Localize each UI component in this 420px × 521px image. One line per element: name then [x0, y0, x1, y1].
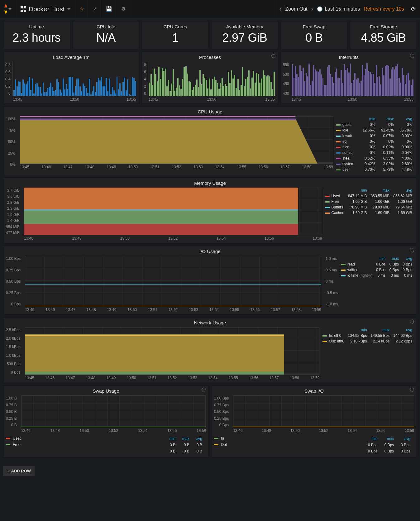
legend: minmaxavg Used 847.12 MiB863.55 MiB855.6…	[325, 188, 414, 241]
legend-item[interactable]: guest 0%0%0%	[336, 122, 414, 127]
loading-icon	[271, 54, 275, 58]
graph-plot[interactable]: 13:4513:4613:4713:4813:4913:5013:5113:52…	[25, 327, 320, 380]
graph-plot[interactable]: 13:4613:4813:5013:5213:5413:5613:58	[24, 188, 322, 241]
topbar: Docker Host ☆ ↗ 💾 ⚙ ‹ Zoom Out › 🕘 Last …	[0, 0, 420, 18]
legend-item[interactable]: In	[214, 435, 355, 442]
legend-item[interactable]: In: eth0 134.92 Bps149.55 Bps144.66 Bps	[322, 333, 414, 338]
y-axis: 550500450400	[283, 61, 291, 102]
plus-icon: +	[7, 469, 9, 473]
legend-item[interactable]: system 0.42%3.02%2.60%	[336, 161, 414, 167]
loading-icon	[410, 388, 414, 392]
legend-item[interactable]: steal 0.62%6.33%4.80%	[336, 155, 414, 161]
panel-title: I/O Usage	[6, 247, 414, 256]
singlestat-value: 0 B	[281, 31, 347, 45]
y-axis: 2.5 kBps2.0 kBps1.5 kBps1.0 kBps500 Bps0…	[6, 327, 22, 380]
singlestat-cpu-idle[interactable]: CPU Idle N/A	[73, 21, 140, 49]
series-swatch	[336, 124, 341, 126]
graph-plot[interactable]	[148, 61, 275, 96]
time-range-picker[interactable]: 🕘 Last 15 minutes	[317, 6, 360, 12]
graph-plot[interactable]: 13:4513:4613:4713:4813:4913:5013:5113:52…	[25, 256, 321, 312]
panel-load-average-1m[interactable]: Load Average 1m 0.80.60.40.20 13:4513:50…	[3, 52, 139, 104]
legend-item[interactable]: Buffers 78.98 MiB79.93 MiB79.54 MiB	[325, 204, 414, 210]
singlestat-uptime[interactable]: Uptime 2.3 hours	[3, 21, 70, 49]
singlestat-cpu-cores[interactable]: CPU Cores 1	[142, 21, 209, 49]
legend-item[interactable]: Out	[214, 442, 355, 448]
singlestat-free-storage[interactable]: Free Storage 4.85 GiB	[350, 21, 417, 49]
legend-item[interactable]: Free	[6, 442, 156, 448]
series-swatch	[336, 169, 341, 170]
graph-plot[interactable]: 13:4613:4813:5013:5213:5413:5613:58	[21, 395, 206, 433]
panel-memory-usage[interactable]: Memory Usage 3.7 GiB3.3 GiB2.8 GiB2.3 Gi…	[3, 178, 417, 243]
legend-item[interactable]: user 0.70%5.73%4.48%	[336, 167, 414, 172]
share-dashboard-button[interactable]: ↗	[88, 0, 102, 18]
legend-item[interactable]: Free 1.05 GiB1.06 GiB1.06 GiB	[325, 199, 414, 204]
zoom-out-button[interactable]: Zoom Out	[285, 6, 307, 12]
legend-item[interactable]: written 0 Bps0 Bps0 Bps	[341, 267, 414, 273]
singlestat-available-memory[interactable]: Available Memory 2.97 GiB	[211, 21, 278, 49]
refresh-now-button[interactable]: ⟳	[411, 6, 416, 12]
legend-item[interactable]: idle 12.56%91.45%86.78%	[336, 127, 414, 133]
save-dashboard-button[interactable]: 💾	[102, 0, 117, 18]
legend-item[interactable]: softirq 0%0.11%0.04%	[336, 150, 414, 155]
singlestat-value: 2.3 hours	[3, 31, 70, 45]
caret-down-icon	[8, 8, 12, 12]
legend: InOutminmaxavg0 Bps0 Bps0 Bps0 Bps0 Bps0…	[214, 435, 414, 455]
legend-item[interactable]: Cached 1.69 GiB1.69 GiB1.69 GiB	[325, 210, 414, 216]
grafana-logo-icon	[4, 4, 7, 14]
singlestat-free-swap[interactable]: Free Swap 0 B	[281, 21, 348, 49]
dashboard-picker[interactable]: Docker Host	[16, 0, 75, 18]
series-swatch	[322, 341, 327, 342]
time-range-controls: ‹ Zoom Out › 🕘 Last 15 minutes Refresh e…	[275, 0, 420, 18]
legend-item[interactable]: nice 0%0.02%0.00%	[336, 144, 414, 150]
legend: minmaxavg In: eth0 134.92 Bps149.55 Bps1…	[322, 327, 414, 380]
legend-item[interactable]: read 0 Bps0 Bps0 Bps	[341, 261, 414, 267]
legend-item[interactable]: io time (right-y) 0 ms0 ms0 ms	[341, 273, 414, 278]
series-swatch	[6, 444, 10, 445]
y-axis: 100%75%50%25%0%	[6, 116, 17, 172]
panel-interrupts[interactable]: Interrupts 550500450400 13:4513:5013:55	[281, 52, 417, 104]
settings-button[interactable]: ⚙	[117, 0, 130, 18]
panel-network-usage[interactable]: Network Usage 2.5 kBps2.0 kBps1.5 kBps1.…	[3, 317, 417, 383]
singlestat-label: Free Swap	[281, 24, 347, 29]
legend-item[interactable]: irq 0%0%0%	[336, 139, 414, 144]
panel-cpu-usage[interactable]: CPU Usage 100%75%50%25%0% 13:4513:4613:4…	[3, 106, 417, 175]
x-axis: 13:4513:4613:4713:4813:4913:5013:5113:52…	[20, 165, 333, 169]
series-swatch	[325, 213, 330, 214]
legend-item[interactable]: Used 847.12 MiB863.55 MiB855.62 MiB	[325, 193, 414, 199]
legend-item[interactable]: Used	[6, 435, 156, 442]
panel-title: Memory Usage	[6, 179, 414, 188]
panel-swap-usage[interactable]: Swap Usage 1.00 B0.75 B0.50 B0.25 B0 B 1…	[3, 385, 209, 457]
series-swatch	[336, 152, 341, 154]
add-row-button[interactable]: + ADD ROW	[3, 466, 35, 476]
graph-plot[interactable]	[12, 61, 136, 96]
panel-title: Processes	[142, 52, 278, 61]
graph-plot[interactable]	[291, 61, 413, 96]
series-swatch	[336, 147, 341, 148]
panel-processes[interactable]: Processes 86420 13:4513:5013:55	[142, 52, 278, 104]
time-back-button[interactable]: ‹	[279, 5, 282, 12]
x-axis: 13:4613:4813:5013:5213:5413:5613:58	[24, 236, 322, 241]
time-forward-button[interactable]: ›	[311, 5, 313, 12]
legend: minmaxavg read 0 Bps0 Bps0 Bps written 0…	[341, 256, 414, 312]
clock-icon: 🕘	[317, 6, 323, 12]
loading-icon	[202, 388, 206, 392]
legend-item[interactable]: Out: eth0 2.10 kBps2.14 kBps2.12 kBps	[322, 338, 414, 344]
x-axis: 13:4613:4813:5013:5213:5413:5613:58	[233, 428, 414, 433]
y-axis: 86420	[144, 61, 148, 102]
panel-io-usage[interactable]: I/O Usage 1.00 Bps0.75 Bps0.50 Bps0.25 B…	[3, 246, 417, 315]
x-axis: 13:4513:4613:4713:4813:4913:5013:5113:52…	[25, 308, 321, 312]
grafana-logo-menu[interactable]	[0, 0, 16, 18]
graph-plot[interactable]: 13:4513:4613:4713:4813:4913:5013:5113:52…	[20, 116, 333, 169]
graph-plot[interactable]: 13:4613:4813:5013:5213:5413:5613:58	[233, 395, 414, 433]
sparkline-row: Load Average 1m 0.80.60.40.20 13:4513:50…	[3, 52, 417, 104]
refresh-interval-picker[interactable]: Refresh every 10s	[364, 6, 404, 12]
panel-title: Interrupts	[281, 52, 417, 61]
star-dashboard-button[interactable]: ☆	[75, 0, 88, 18]
singlestat-label: CPU Cores	[142, 24, 208, 29]
series-swatch	[325, 207, 330, 208]
series-swatch	[336, 130, 341, 131]
singlestat-label: Free Storage	[350, 24, 417, 29]
legend: minmaxavg guest 0%0%0% idle 12.56%91.45%…	[336, 116, 414, 172]
panel-swap-io[interactable]: Swap I/O 1.00 Bps0.75 Bps0.50 Bps0.25 Bp…	[211, 385, 417, 457]
legend-item[interactable]: iowait 0%0.07%0.03%	[336, 133, 414, 139]
